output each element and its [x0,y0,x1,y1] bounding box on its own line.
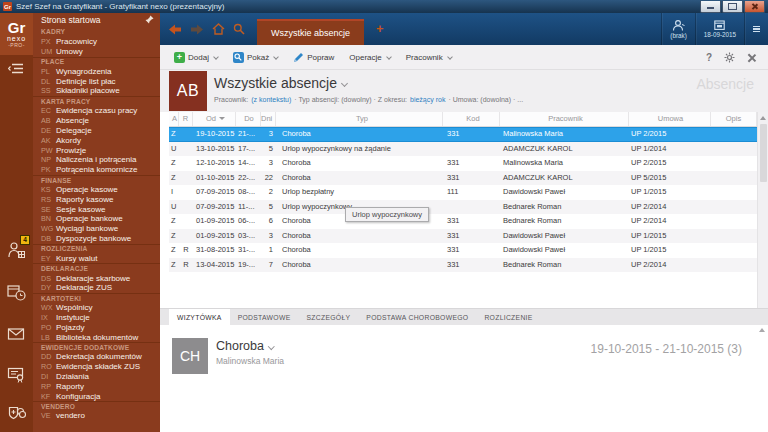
column-header-r[interactable]: R [179,112,193,126]
sidebar-item-prowizje[interactable]: PWProwizje [33,145,160,155]
table-row[interactable]: I07-09-201508-...2Urlop bezpłatny111Dawi… [169,185,757,200]
sidebar-item-wynagrodzenia[interactable]: PLWynagrodzenia [33,66,160,76]
pin-icon[interactable] [145,15,154,24]
cell-od: 07-09-2015 [193,200,236,215]
tab-wszystkie-absencje[interactable]: Wszystkie absencje [257,19,364,45]
sidebar-item-wyciągi-bankowe[interactable]: WGWyciągi bankowe [33,224,160,234]
column-header-a[interactable]: A [169,112,179,126]
sidebar-item-raporty-kasowe[interactable]: RSRaporty kasowe [33,194,160,204]
gear-button[interactable] [724,52,735,63]
help-button[interactable]: ? [706,52,712,63]
column-header-typ[interactable]: Typ [276,112,443,126]
cell-do: 06-... [236,214,261,229]
employee-button[interactable]: Pracownik [406,53,452,62]
sidebar-item-absencje[interactable]: ABAbsencje [33,116,160,126]
column-header-pracownik[interactable]: Pracownik [500,112,629,126]
search-button[interactable] [233,23,245,35]
sidebar-item-vendero[interactable]: VEvendero [33,411,160,421]
sidebar-item-pojazdy[interactable]: POPojazdy [33,322,160,332]
employees-strip-button[interactable]: 4 [7,241,27,261]
sidebar-item-kursy-walut[interactable]: EYKursy walut [33,253,160,263]
tab-szczegóły[interactable]: SZCZEGÓŁY [298,309,358,325]
sidebar-item-konfiguracja[interactable]: KFKonfiguracja [33,391,160,401]
column-header-opis[interactable]: Opis [711,112,757,126]
sidebar-item-operacje-bankowe[interactable]: BNOperacje bankowe [33,214,160,224]
sidebar-item-raporty[interactable]: RPRaporty [33,381,160,391]
cell-dni: 3 [261,156,276,171]
close-view-button[interactable] [747,53,756,62]
column-header-umowa[interactable]: Umowa [629,112,711,126]
cell-dni: 2 [261,185,276,200]
column-header-do[interactable]: Do [236,112,261,126]
insurance-strip-button[interactable] [7,403,27,423]
sidebar-item-dekretacja-dokumentów[interactable]: DDDekretacja dokumentów [33,352,160,362]
filter-value-link[interactable]: bieżący rok [410,96,445,103]
scroll-up-icon[interactable] [760,116,766,120]
sidebar-item-pracownicy[interactable]: PXPracownicy [33,37,160,47]
toolbar-right: ? [706,52,756,63]
new-tab-button[interactable]: + [376,24,384,34]
sidebar-item-działania[interactable]: DIDziałania [33,372,160,382]
table-row[interactable]: U07-09-201511-...5Urlop wypoczynkowyBedn… [169,200,757,215]
sidebar-item-wspólnicy[interactable]: WXWspólnicy [33,303,160,313]
back-button[interactable] [168,24,182,35]
table-row[interactable]: Z01-09-201503-...3Choroba331Dawidowski P… [169,229,757,244]
sidebar-item-ewidencja-składek-zus[interactable]: ROEwidencja składek ZUS [33,362,160,372]
sidebar-item-naliczenia-i-potrącenia[interactable]: NPNaliczenia i potrącenia [33,155,160,165]
sidebar-item-definicje-list-płac[interactable]: DLDefinicje list płac [33,76,160,86]
mail-strip-button[interactable] [7,325,27,345]
sidebar-item-instytucje[interactable]: IXInstytucje [33,312,160,322]
tab-podstawowe[interactable]: PODSTAWOWE [230,309,299,325]
table-scrollbar[interactable] [757,112,768,308]
maximize-button[interactable] [722,1,743,13]
certificates-strip-button[interactable] [7,365,27,385]
home-button[interactable] [212,23,225,35]
type-chevron-icon[interactable] [268,343,274,349]
column-header-dni[interactable]: Dni [261,112,276,126]
table-row[interactable]: Z12-10-201514-...3Choroba331Malinowska M… [169,156,757,171]
collapse-menu-button[interactable] [0,55,33,81]
edit-button[interactable]: Popraw [293,52,334,63]
sidebar-item-operacje-kasowe[interactable]: KSOperacje kasowe [33,185,160,195]
tab-podstawa-chorobowego[interactable]: PODSTAWA CHOROBOWEGO [358,309,476,325]
sidebar-item-sesje-kasowe[interactable]: SESesje kasowe [33,204,160,214]
sidebar-item-delegacje[interactable]: DEDelegacje [33,125,160,135]
date-menu[interactable]: 18-09-2015 [695,13,744,45]
cell-dni: 1 [261,243,276,258]
table-row[interactable]: Z01-10-201522-...22Choroba331ADAMCZUK KA… [169,171,757,186]
sidebar-item-potrącenia-komornicze[interactable]: PKPotrącenia komornicze [33,165,160,175]
table-row[interactable]: U13-10-201517-...5Urlop wypoczynkowy na … [169,142,757,157]
table-row[interactable]: ZR31-08-201531-...1Choroba331Dawidowski … [169,243,757,258]
operations-button[interactable]: Operacje [349,53,390,62]
cell-opis [711,128,757,141]
table-row[interactable]: Z19-10-201521-...3Choroba331Malinowska M… [169,127,757,142]
schedule-strip-button[interactable] [7,283,27,303]
user-menu[interactable]: (brak) [661,13,694,45]
table-row[interactable]: ZR13-04-201519-...7Choroba331Bednarek Ro… [169,258,757,273]
show-button[interactable]: Pokaż [233,52,278,63]
column-header-od[interactable]: Od [193,112,236,126]
table-row[interactable]: Z01-09-201506-...6Choroba331Bednarek Rom… [169,214,757,229]
filter-label: · Umowa: (dowolna) · ... [448,96,523,103]
tab-rozliczenie[interactable]: ROZLICZENIE [476,309,540,325]
sidebar-item-składniki-płacowe[interactable]: SSSkładniki płacowe [33,86,160,96]
more-menu-button[interactable] [744,13,768,45]
scrollbar-thumb[interactable] [760,124,767,182]
filter-value-link[interactable]: (z kontekstu) [251,96,291,103]
sidebar-item-dyspozycje-bankowe[interactable]: DBDyspozycje bankowe [33,234,160,244]
tab-wizytówka[interactable]: WIZYTÓWKA [169,309,230,325]
sidebar-item-umowy[interactable]: UMUmowy [33,47,160,57]
sidebar-item-strona-startowa[interactable]: Strona startowa [33,13,160,26]
sidebar-item-deklaracje-skarbowe[interactable]: DSDeklaracje skarbowe [33,273,160,283]
close-window-button[interactable] [744,1,765,13]
add-button[interactable]: + Dodaj [174,52,218,63]
sidebar-item-deklaracje-zus[interactable]: DYDeklaracje ZUS [33,283,160,293]
sidebar-item-biblioteka-dokumentów[interactable]: LBBiblioteka dokumentów [33,332,160,342]
sidebar-item-akordy[interactable]: AKAkordy [33,135,160,145]
sidebar-item-ewidencja-czasu-pracy[interactable]: ECEwidencja czasu pracy [33,106,160,116]
minimize-button[interactable] [700,1,721,13]
title-chevron-icon[interactable] [341,79,348,86]
details-scroll-up-icon[interactable] [759,328,765,332]
column-header-kod[interactable]: Kod [443,112,500,126]
forward-button[interactable] [190,24,204,35]
